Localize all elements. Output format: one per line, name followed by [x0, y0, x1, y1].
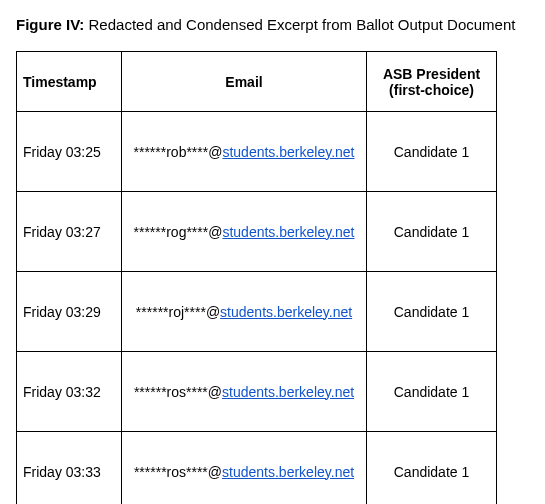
cell-president: Candidate 1	[367, 112, 497, 192]
email-domain-link[interactable]: students.berkeley.net	[220, 304, 352, 320]
cell-timestamp: Friday 03:25	[17, 112, 122, 192]
table-row: Friday 03:25******rob****@students.berke…	[17, 112, 497, 192]
email-prefix: ******rob****@	[134, 144, 223, 160]
cell-president: Candidate 1	[367, 192, 497, 272]
cell-president: Candidate 1	[367, 272, 497, 352]
cell-email: ******ros****@students.berkeley.net	[122, 432, 367, 505]
cell-president: Candidate 1	[367, 352, 497, 432]
cell-timestamp: Friday 03:29	[17, 272, 122, 352]
figure-title: Figure IV: Redacted and Condensed Excerp…	[16, 16, 529, 33]
email-domain-link[interactable]: students.berkeley.net	[222, 224, 354, 240]
cell-email: ******rog****@students.berkeley.net	[122, 192, 367, 272]
ballot-table: Timestamp Email ASB President (first-cho…	[16, 51, 497, 504]
header-timestamp: Timestamp	[17, 52, 122, 112]
figure-label: Figure IV:	[16, 16, 84, 33]
table-row: Friday 03:33******ros****@students.berke…	[17, 432, 497, 505]
table-row: Friday 03:27******rog****@students.berke…	[17, 192, 497, 272]
email-prefix: ******ros****@	[134, 464, 222, 480]
cell-timestamp: Friday 03:33	[17, 432, 122, 505]
header-president: ASB President (first-choice)	[367, 52, 497, 112]
cell-timestamp: Friday 03:27	[17, 192, 122, 272]
email-domain-link[interactable]: students.berkeley.net	[222, 384, 354, 400]
table-row: Friday 03:29******roj****@students.berke…	[17, 272, 497, 352]
table-header-row: Timestamp Email ASB President (first-cho…	[17, 52, 497, 112]
cell-email: ******ros****@students.berkeley.net	[122, 352, 367, 432]
header-email: Email	[122, 52, 367, 112]
email-domain-link[interactable]: students.berkeley.net	[222, 464, 354, 480]
email-prefix: ******ros****@	[134, 384, 222, 400]
figure-caption: Redacted and Condensed Excerpt from Ball…	[89, 16, 516, 33]
email-prefix: ******roj****@	[136, 304, 220, 320]
email-domain-link[interactable]: students.berkeley.net	[222, 144, 354, 160]
cell-timestamp: Friday 03:32	[17, 352, 122, 432]
cell-email: ******rob****@students.berkeley.net	[122, 112, 367, 192]
cell-email: ******roj****@students.berkeley.net	[122, 272, 367, 352]
email-prefix: ******rog****@	[134, 224, 223, 240]
table-row: Friday 03:32******ros****@students.berke…	[17, 352, 497, 432]
cell-president: Candidate 1	[367, 432, 497, 505]
